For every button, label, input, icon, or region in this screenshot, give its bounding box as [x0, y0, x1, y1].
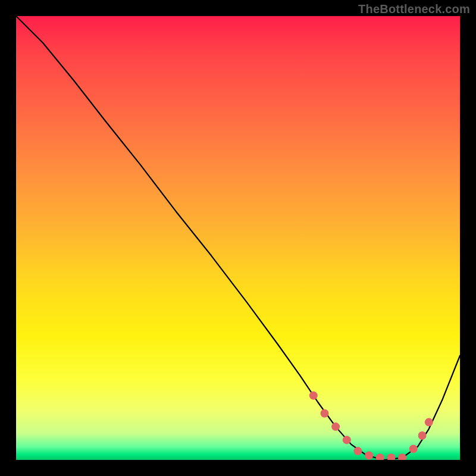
trough-dot [343, 436, 351, 444]
chart-svg [16, 16, 460, 460]
plot-area [16, 16, 460, 460]
chart-container: TheBottleneck.com [0, 0, 476, 476]
trough-dot [331, 422, 340, 431]
trough-dot [321, 409, 329, 418]
trough-dot [365, 452, 373, 460]
trough-dot [398, 453, 406, 460]
trough-dot [425, 418, 433, 427]
trough-dot [409, 444, 418, 453]
trough-dot [418, 431, 427, 440]
trough-dot [353, 447, 362, 455]
trough-dot [309, 392, 318, 400]
trough-dot [376, 453, 384, 460]
bottleneck-curve [16, 16, 460, 460]
trough-dot [387, 453, 395, 460]
watermark-text: TheBottleneck.com [358, 2, 470, 16]
trough-dots [309, 392, 433, 460]
